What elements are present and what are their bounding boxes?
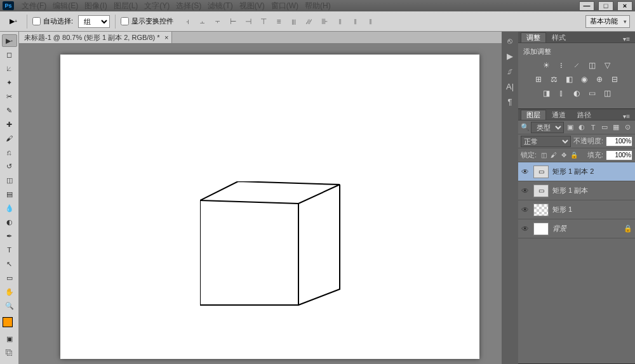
exposure-icon[interactable]: ◫ <box>586 60 598 70</box>
canvas-viewport[interactable] <box>19 43 502 364</box>
tab-paths[interactable]: 路径 <box>572 110 597 120</box>
distribute-icon[interactable]: ⫼ <box>288 15 300 28</box>
panel-menu-icon[interactable]: ▾≡ <box>620 113 632 120</box>
paragraph-panel-icon[interactable]: ¶ <box>504 95 516 108</box>
canvas[interactable] <box>60 55 479 359</box>
opacity-input[interactable] <box>606 136 632 146</box>
filter-toggle-icon[interactable]: ⊙ <box>622 122 632 133</box>
align-icon[interactable]: ⊢ <box>227 15 239 28</box>
tab-adjustments[interactable]: 调整 <box>521 32 546 42</box>
layer-filter-select[interactable]: 类型 <box>531 122 564 133</box>
show-transform-input[interactable] <box>121 17 129 25</box>
align-icon[interactable]: ⊣ <box>242 15 255 28</box>
menu-file[interactable]: 文件(F) <box>19 0 49 13</box>
menu-layer[interactable]: 图层(L) <box>111 0 141 13</box>
heal-tool[interactable]: ✚ <box>2 118 17 131</box>
channelmix-icon[interactable]: ⊕ <box>594 74 605 84</box>
lock-all-icon[interactable]: 🔒 <box>570 151 578 160</box>
align-icon[interactable]: ⊤ <box>257 15 270 28</box>
menu-window[interactable]: 窗口(W) <box>269 0 301 13</box>
tab-layers[interactable]: 图层 <box>521 110 546 120</box>
layer-thumb[interactable]: ▭ <box>533 166 549 178</box>
blur-tool[interactable]: 💧 <box>2 202 17 214</box>
distribute-icon[interactable]: ⊪ <box>318 15 331 28</box>
filter-smart-icon[interactable]: ▦ <box>611 122 621 133</box>
threshold-icon[interactable]: ◐ <box>571 88 582 98</box>
visibility-icon[interactable]: 👁 <box>521 205 530 214</box>
brightness-icon[interactable]: ☀ <box>540 60 552 70</box>
layer-item[interactable]: 👁 矩形 1 <box>518 200 635 219</box>
document-tab[interactable]: 未标题-1 @ 80.7% (矩形 1 副本 2, RGB/8) * <box>19 32 172 43</box>
balance-icon[interactable]: ⚖ <box>548 74 559 84</box>
properties-panel-icon[interactable]: ⎎ <box>504 65 516 77</box>
filter-pixel-icon[interactable]: ▣ <box>565 122 575 133</box>
close-button[interactable]: × <box>617 1 632 11</box>
gradientmap-icon[interactable]: ▭ <box>586 88 598 98</box>
move-tool[interactable]: ▶+ <box>2 34 17 47</box>
marquee-tool[interactable]: ◻ <box>2 48 17 61</box>
curves-icon[interactable]: ⟋ <box>571 60 582 70</box>
crop-tool[interactable]: ✂ <box>2 90 17 103</box>
invert-icon[interactable]: ◨ <box>540 88 552 98</box>
distribute-icon[interactable]: ≡ <box>272 15 285 28</box>
distribute-icon[interactable]: ⦀ <box>364 15 377 28</box>
fill-input[interactable] <box>606 150 632 160</box>
align-icon[interactable]: ⫞ <box>181 15 194 28</box>
visibility-icon[interactable]: 👁 <box>521 186 530 195</box>
visibility-icon[interactable]: 👁 <box>521 167 530 176</box>
menu-edit[interactable]: 编辑(E) <box>50 0 81 13</box>
levels-icon[interactable]: ⫶ <box>556 60 567 70</box>
filter-search-icon[interactable]: 🔍 <box>521 123 530 131</box>
layer-name[interactable]: 背景 <box>552 224 620 233</box>
filter-text-icon[interactable]: T <box>588 122 598 133</box>
gradient-tool[interactable]: ▤ <box>2 188 17 200</box>
menu-filter[interactable]: 滤镜(T) <box>205 0 235 13</box>
menu-type[interactable]: 文字(Y) <box>142 0 172 13</box>
layer-item[interactable]: 👁 ▭ 矩形 1 副本 <box>518 181 635 200</box>
wand-tool[interactable]: ✦ <box>2 76 17 89</box>
brush-tool[interactable]: 🖌 <box>2 132 17 145</box>
eyedropper-tool[interactable]: ✎ <box>2 104 17 117</box>
hue-icon[interactable]: ⊞ <box>533 74 544 84</box>
layer-thumb[interactable] <box>533 223 549 235</box>
menu-help[interactable]: 帮助(H) <box>302 0 333 13</box>
vibrance-icon[interactable]: ▽ <box>601 60 613 70</box>
history-panel-icon[interactable]: ⎋ <box>504 34 516 47</box>
layer-name[interactable]: 矩形 1 <box>552 205 632 214</box>
selective-icon[interactable]: ◫ <box>601 88 613 98</box>
tab-styles[interactable]: 样式 <box>546 32 572 42</box>
menu-select[interactable]: 选择(S) <box>173 0 204 13</box>
lock-transparency-icon[interactable]: ◫ <box>539 151 548 160</box>
screenmode-tool[interactable]: ⿻ <box>2 346 17 359</box>
visibility-icon[interactable]: 👁 <box>521 224 530 233</box>
actions-panel-icon[interactable]: ▶ <box>504 49 516 62</box>
auto-select-input[interactable] <box>32 17 41 25</box>
auto-select-target[interactable]: 组 <box>78 15 110 28</box>
align-icon[interactable]: ⫠ <box>196 15 209 28</box>
eraser-tool[interactable]: ◫ <box>2 174 17 186</box>
minimize-button[interactable]: — <box>579 1 594 11</box>
layer-name[interactable]: 矩形 1 副本 <box>552 186 632 195</box>
workspace-selector[interactable]: 基本功能 <box>585 15 630 28</box>
layer-thumb[interactable]: ▭ <box>533 185 549 197</box>
dodge-tool[interactable]: ◐ <box>2 216 17 228</box>
quickmask-tool[interactable]: ▣ <box>2 332 17 345</box>
history-brush-tool[interactable]: ↺ <box>2 160 17 172</box>
auto-select-checkbox[interactable]: 自动选择: <box>32 16 73 26</box>
type-tool[interactable]: T <box>2 244 17 256</box>
posterize-icon[interactable]: ⫿ <box>556 88 567 98</box>
lasso-tool[interactable]: ⟀ <box>2 62 17 75</box>
maximize-button[interactable]: □ <box>598 1 613 11</box>
panel-menu-icon[interactable]: ▾≡ <box>620 36 632 42</box>
stamp-tool[interactable]: ⎌ <box>2 146 17 159</box>
colorlookup-icon[interactable]: ⊟ <box>609 74 620 84</box>
hand-tool[interactable]: ✋ <box>2 285 17 298</box>
path-tool[interactable]: ↖ <box>2 257 17 270</box>
layer-item[interactable]: 👁 背景 🔒 <box>518 219 635 238</box>
foreground-color-swatch[interactable] <box>3 317 13 327</box>
tab-channels[interactable]: 通道 <box>546 110 572 120</box>
layer-item[interactable]: 👁 ▭ 矩形 1 副本 2 <box>518 162 635 181</box>
shape-tool[interactable]: ▭ <box>2 271 17 284</box>
filter-shape-icon[interactable]: ▭ <box>599 122 610 133</box>
menu-image[interactable]: 图像(I) <box>82 0 109 13</box>
